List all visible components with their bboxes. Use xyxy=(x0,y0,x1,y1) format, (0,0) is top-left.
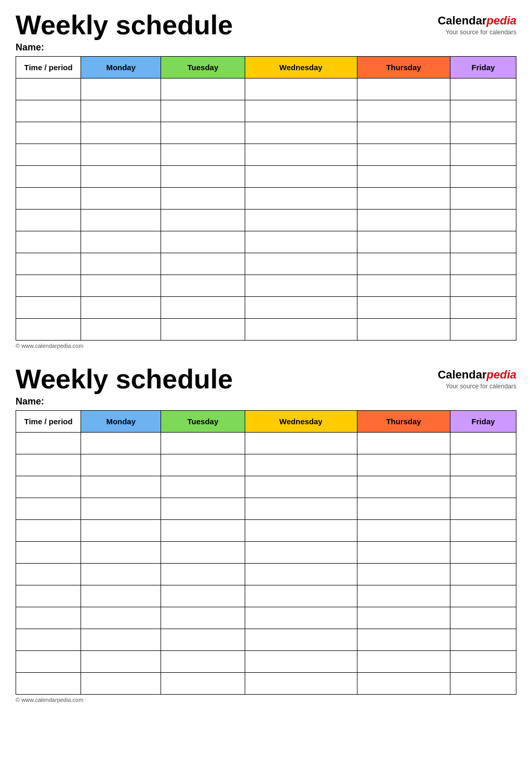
table-cell[interactable] xyxy=(81,319,161,341)
table-cell[interactable] xyxy=(357,564,450,585)
table-cell[interactable] xyxy=(161,433,245,454)
table-cell[interactable] xyxy=(357,542,450,564)
table-cell[interactable] xyxy=(450,100,516,122)
table-cell[interactable] xyxy=(357,79,450,100)
table-cell[interactable] xyxy=(161,100,245,122)
table-cell[interactable] xyxy=(450,454,516,476)
table-cell[interactable] xyxy=(245,454,357,476)
table-cell[interactable] xyxy=(161,231,245,253)
table-cell[interactable] xyxy=(16,231,81,253)
table-cell[interactable] xyxy=(357,144,450,166)
table-cell[interactable] xyxy=(16,520,81,542)
table-cell[interactable] xyxy=(16,585,81,607)
table-cell[interactable] xyxy=(245,79,357,100)
table-cell[interactable] xyxy=(245,253,357,275)
table-cell[interactable] xyxy=(81,520,161,542)
table-cell[interactable] xyxy=(161,585,245,607)
table-cell[interactable] xyxy=(245,673,357,695)
table-cell[interactable] xyxy=(357,122,450,144)
table-cell[interactable] xyxy=(450,433,516,454)
table-cell[interactable] xyxy=(245,564,357,585)
table-cell[interactable] xyxy=(16,433,81,454)
table-cell[interactable] xyxy=(450,231,516,253)
table-cell[interactable] xyxy=(245,476,357,498)
table-cell[interactable] xyxy=(450,210,516,231)
table-cell[interactable] xyxy=(450,166,516,188)
table-cell[interactable] xyxy=(357,607,450,629)
table-cell[interactable] xyxy=(81,122,161,144)
table-cell[interactable] xyxy=(245,188,357,210)
table-cell[interactable] xyxy=(81,476,161,498)
table-cell[interactable] xyxy=(16,319,81,341)
table-cell[interactable] xyxy=(357,210,450,231)
table-cell[interactable] xyxy=(450,319,516,341)
table-cell[interactable] xyxy=(357,629,450,651)
table-cell[interactable] xyxy=(81,629,161,651)
table-cell[interactable] xyxy=(161,122,245,144)
table-cell[interactable] xyxy=(161,651,245,673)
table-cell[interactable] xyxy=(16,253,81,275)
table-cell[interactable] xyxy=(16,210,81,231)
table-cell[interactable] xyxy=(450,144,516,166)
table-cell[interactable] xyxy=(161,454,245,476)
table-cell[interactable] xyxy=(450,476,516,498)
table-cell[interactable] xyxy=(81,275,161,297)
table-cell[interactable] xyxy=(357,454,450,476)
table-cell[interactable] xyxy=(450,564,516,585)
table-cell[interactable] xyxy=(16,275,81,297)
table-cell[interactable] xyxy=(16,498,81,520)
table-cell[interactable] xyxy=(357,498,450,520)
table-cell[interactable] xyxy=(161,188,245,210)
table-cell[interactable] xyxy=(81,585,161,607)
table-cell[interactable] xyxy=(16,79,81,100)
table-cell[interactable] xyxy=(450,297,516,319)
table-cell[interactable] xyxy=(16,564,81,585)
table-cell[interactable] xyxy=(357,231,450,253)
table-cell[interactable] xyxy=(450,188,516,210)
table-cell[interactable] xyxy=(245,100,357,122)
table-cell[interactable] xyxy=(81,498,161,520)
table-cell[interactable] xyxy=(161,79,245,100)
table-cell[interactable] xyxy=(16,629,81,651)
table-cell[interactable] xyxy=(357,520,450,542)
table-cell[interactable] xyxy=(81,297,161,319)
table-cell[interactable] xyxy=(161,564,245,585)
table-cell[interactable] xyxy=(16,100,81,122)
table-cell[interactable] xyxy=(16,188,81,210)
table-cell[interactable] xyxy=(161,319,245,341)
table-cell[interactable] xyxy=(81,454,161,476)
table-cell[interactable] xyxy=(357,319,450,341)
table-cell[interactable] xyxy=(245,297,357,319)
table-cell[interactable] xyxy=(357,585,450,607)
table-cell[interactable] xyxy=(16,476,81,498)
table-cell[interactable] xyxy=(161,144,245,166)
table-cell[interactable] xyxy=(357,673,450,695)
table-cell[interactable] xyxy=(161,520,245,542)
table-cell[interactable] xyxy=(357,476,450,498)
table-cell[interactable] xyxy=(16,166,81,188)
table-cell[interactable] xyxy=(450,253,516,275)
table-cell[interactable] xyxy=(357,166,450,188)
table-cell[interactable] xyxy=(357,651,450,673)
table-cell[interactable] xyxy=(16,144,81,166)
table-cell[interactable] xyxy=(357,100,450,122)
table-cell[interactable] xyxy=(81,79,161,100)
table-cell[interactable] xyxy=(245,585,357,607)
table-cell[interactable] xyxy=(245,433,357,454)
table-cell[interactable] xyxy=(16,122,81,144)
table-cell[interactable] xyxy=(450,673,516,695)
table-cell[interactable] xyxy=(81,433,161,454)
table-cell[interactable] xyxy=(16,297,81,319)
table-cell[interactable] xyxy=(81,564,161,585)
table-cell[interactable] xyxy=(81,188,161,210)
table-cell[interactable] xyxy=(357,253,450,275)
table-cell[interactable] xyxy=(357,433,450,454)
table-cell[interactable] xyxy=(81,651,161,673)
table-cell[interactable] xyxy=(245,210,357,231)
table-cell[interactable] xyxy=(450,585,516,607)
table-cell[interactable] xyxy=(161,476,245,498)
table-cell[interactable] xyxy=(81,231,161,253)
table-cell[interactable] xyxy=(245,231,357,253)
table-cell[interactable] xyxy=(81,166,161,188)
table-cell[interactable] xyxy=(161,166,245,188)
